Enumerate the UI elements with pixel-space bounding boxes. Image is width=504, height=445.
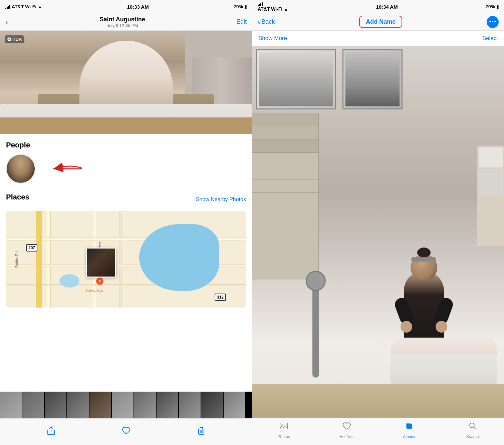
tab-albums[interactable]: Albums <box>378 418 441 445</box>
signal-icon <box>5 4 10 9</box>
for-you-tab-label: For You <box>340 434 353 439</box>
places-title: Places <box>6 193 29 201</box>
wifi-icon-right: ▲ <box>284 7 288 12</box>
thumb-1[interactable] <box>0 392 22 418</box>
svg-rect-8 <box>407 425 412 429</box>
thumb-3[interactable] <box>45 392 66 418</box>
shelf-5 <box>252 166 318 179</box>
status-bar-right: AT&T Wi-Fi ▲ 10:34 AM 79% ▮ <box>252 0 504 13</box>
edit-button-left[interactable]: Edit <box>236 18 247 25</box>
thumb-9[interactable] <box>179 392 201 418</box>
map-photo-thumbnail[interactable] <box>86 248 116 278</box>
map-background: 207 312 Dobbs Rd Old Dixie Hwy C Chick-f… <box>6 211 246 308</box>
status-bar-left: AT&T Wi-Fi ▲ 10:33 AM 79% ▮ <box>0 0 252 13</box>
people-section: People <box>0 134 252 187</box>
albums-tab-label: Albums <box>403 434 416 439</box>
person-avatar[interactable] <box>6 154 35 183</box>
art-frame-2 <box>342 49 403 109</box>
counter-right <box>477 146 504 246</box>
clock-right: 10:34 AM <box>376 4 398 10</box>
more-dots-icon: ••• <box>489 18 496 25</box>
shelf-3 <box>252 139 318 153</box>
back-button-left[interactable] <box>5 17 8 27</box>
trash-button[interactable] <box>197 426 206 438</box>
svg-point-5 <box>281 424 283 426</box>
shelf-2 <box>252 126 318 139</box>
road-207-label: 207 <box>28 246 35 250</box>
status-left: AT&T Wi-Fi ▲ <box>5 4 42 9</box>
add-name-button[interactable]: Add Name <box>359 16 402 28</box>
battery-label: 79% <box>234 4 243 9</box>
road-312-label: 312 <box>217 295 224 300</box>
back-button-right[interactable]: ‹ Back <box>258 18 275 26</box>
heart-button[interactable] <box>121 426 131 438</box>
tab-bar: Photos For You Albums <box>252 418 504 445</box>
battery-right: 79% <box>486 4 495 9</box>
chick-fil-a-label: Chick-fil-A <box>86 289 103 293</box>
left-panel: AT&T Wi-Fi ▲ 10:33 AM 79% ▮ Saint August… <box>0 0 252 445</box>
thumb-5[interactable] <box>89 392 111 418</box>
tab-for-you[interactable]: For You <box>315 418 379 445</box>
photo-person <box>79 41 173 107</box>
people-row <box>6 154 246 183</box>
client-area <box>391 338 497 384</box>
clock-left: 10:33 AM <box>127 4 149 10</box>
equipment-head <box>306 271 326 291</box>
red-arrow-indicator <box>43 162 83 175</box>
share-button[interactable] <box>46 426 56 438</box>
map-view[interactable]: 207 312 Dobbs Rd Old Dixie Hwy C Chick-f… <box>6 211 246 308</box>
signal-icon-right <box>258 2 288 6</box>
more-button[interactable]: ••• <box>487 16 499 28</box>
chick-fil-a-pin: C <box>96 278 103 285</box>
content-scroll-left: People <box>0 134 252 392</box>
shelf-7 <box>252 193 318 206</box>
nav-title-group-left: Saint Augustine July 6 12:35 PM <box>99 16 145 28</box>
albums-icon <box>405 421 414 433</box>
worker-hand-right <box>436 321 447 333</box>
art-1-inner <box>259 52 333 106</box>
show-more-button[interactable]: Show More <box>258 35 287 42</box>
thumb-10[interactable] <box>201 392 223 418</box>
thumb-8[interactable] <box>157 392 178 418</box>
dobbs-rd-label: Dobbs Rd <box>15 252 19 268</box>
worker-hair <box>417 248 431 258</box>
chevron-left-icon <box>5 17 8 27</box>
show-nearby-button[interactable]: Show Nearby Photos <box>196 196 246 202</box>
shelf-6 <box>252 179 318 193</box>
nav-bar-left: Saint Augustine July 6 12:35 PM Edit <box>0 13 252 31</box>
select-button[interactable]: Select <box>482 35 498 42</box>
floor-right <box>252 384 504 418</box>
thumbnail-strip <box>0 392 252 418</box>
battery-icon: ▮ <box>244 4 247 9</box>
status-right-right: 79% ▮ <box>486 4 499 9</box>
places-header: Places Show Nearby Photos <box>6 193 246 206</box>
thumb-11[interactable] <box>224 392 245 418</box>
worker-hand-left <box>401 321 412 333</box>
photos-tab-label: Photos <box>278 434 290 439</box>
people-title: People <box>6 141 246 149</box>
carrier-label: AT&T Wi-Fi <box>12 4 36 9</box>
thumb-7[interactable] <box>134 392 156 418</box>
photo-scene <box>0 31 252 134</box>
places-section: Places Show Nearby Photos <box>0 187 252 311</box>
action-row: Show More Select <box>252 31 504 46</box>
equipment-stand <box>312 284 319 378</box>
search-tab-label: Search <box>466 434 479 439</box>
back-label-right: Back <box>261 18 275 25</box>
photo-album-title: Saint Augustine <box>99 16 145 23</box>
water-small-1 <box>59 274 79 288</box>
shelf-4 <box>252 153 318 166</box>
svg-line-10 <box>474 427 476 429</box>
tab-photos[interactable]: Photos <box>252 418 315 445</box>
photo-person-body <box>79 41 173 107</box>
counter-drawer <box>479 169 503 195</box>
person-face <box>7 155 35 183</box>
shelf-1 <box>252 113 318 126</box>
thumb-2[interactable] <box>22 392 44 418</box>
thumb-4[interactable] <box>67 392 89 418</box>
tab-search[interactable]: Search <box>441 418 504 445</box>
thumb-6[interactable] <box>112 392 134 418</box>
road-vertical-3 <box>119 211 121 308</box>
arrow-svg <box>43 162 83 175</box>
battery-icon-right: ▮ <box>496 4 499 9</box>
